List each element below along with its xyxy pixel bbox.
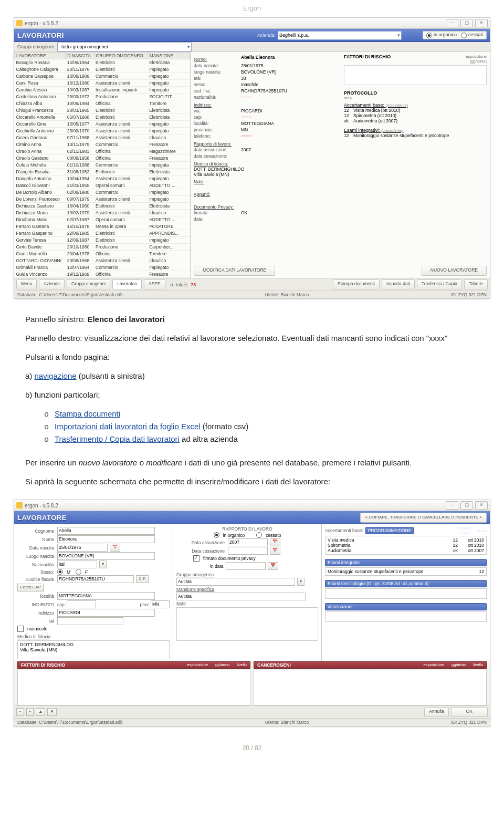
cancerogeni-list[interactable] — [254, 670, 487, 705]
minimize-icon[interactable]: — — [446, 501, 458, 510]
chevron-down-icon[interactable]: ▾ — [99, 560, 107, 568]
table-row[interactable]: Caltagirone Calogera23/11/1976Elettricis… — [15, 66, 190, 73]
table-header[interactable]: GRUPPO OMOGENEO — [94, 53, 148, 59]
calendar-icon[interactable]: 📅 — [110, 544, 120, 552]
calendar-icon[interactable]: 📅 — [270, 538, 280, 546]
table-row[interactable]: Gintu Davide29/10/1980ProduzioneCarpenti… — [15, 244, 190, 251]
ok-button[interactable]: OK — [451, 707, 488, 717]
organico-radio-group[interactable]: in organico cessati — [423, 31, 487, 39]
table-row[interactable]: Dangelo Antonino13/04/1954Assistenza cli… — [15, 175, 190, 182]
cessato-radio[interactable] — [256, 532, 262, 538]
table-header[interactable]: D.NASCITA — [66, 53, 94, 59]
table-row[interactable]: Carubia Alessio10/03/1987Installazione i… — [15, 87, 190, 94]
aspp-button[interactable]: ASPP — [144, 279, 165, 289]
table-row[interactable]: Castellano Antonino25/03/1972ProduzioneS… — [15, 94, 190, 100]
table-row[interactable]: Dichiazza Maria19/02/1979Assistenza clie… — [15, 210, 190, 216]
table-row[interactable]: Carsi Rosa16/12/1980Assistenza clientiIm… — [15, 80, 190, 87]
table-row[interactable]: Ferraro Gasparino22/08/1985ElettricistiA… — [15, 230, 190, 237]
trasferisci-button[interactable]: Trasferisci / Copia — [417, 279, 462, 289]
nazionalita-input[interactable]: ital — [57, 560, 97, 568]
minimize-icon[interactable]: — — [446, 19, 458, 27]
annulla-button[interactable]: Annulla — [424, 707, 448, 717]
copy-transfer-button[interactable]: < COPIARE, TRASFERIRE O CANCELLARE DIPEN… — [360, 513, 487, 523]
table-row[interactable]: Chiogui Francesca28/03/1965ElettricistiE… — [15, 107, 190, 114]
list-remove-icon[interactable]: − — [16, 708, 24, 716]
programmazione-button[interactable]: PROGRAMMAZIONE — [365, 527, 414, 534]
fattori-rischio-list[interactable] — [17, 670, 250, 705]
groups-combo[interactable]: - tutti i gruppi omogenei - ▾ — [57, 43, 192, 51]
mansione-input[interactable]: Autista — [176, 593, 306, 600]
list-up-icon[interactable]: ▲ — [36, 708, 45, 716]
table-row[interactable]: Ferraro Gaetana16/10/1976Messa in operaP… — [15, 223, 190, 230]
table-row[interactable]: Ciccarello Antonella05/07/1968Elettricis… — [15, 114, 190, 121]
table-row[interactable]: De Lorenzi Francesco06/07/1979Assistenza… — [15, 196, 190, 203]
luogo-nascita-input[interactable]: BOVOLONE (VR) — [57, 552, 155, 560]
table-row[interactable]: De Bortolo Albano02/08/1980CommercioImpi… — [15, 189, 190, 196]
stampa-button[interactable]: Stampa documenti — [333, 279, 380, 289]
close-icon[interactable]: ✕ — [475, 501, 488, 510]
maximize-icon[interactable]: ▢ — [460, 501, 473, 510]
data-cessazione-input[interactable] — [228, 547, 268, 555]
table-row[interactable]: Chiazza Alba10/09/1984OfficinaTornitore — [15, 100, 190, 107]
chevron-down-icon[interactable]: ▾ — [297, 578, 304, 586]
cerca-cap-button[interactable]: Cerca CAP — [17, 584, 44, 591]
localita-input[interactable]: MOTTEGGIANA — [57, 592, 155, 600]
table-header[interactable]: MANSIONE — [148, 53, 182, 59]
table-row[interactable]: Cicero Gaetano07/11/1968Assistenza clien… — [15, 134, 190, 141]
cf-input[interactable]: RGHNDR75A25B107U — [57, 575, 134, 583]
table-row[interactable]: Cimino Anna13/11/1979CommercioFresatore — [15, 141, 190, 148]
importa-button[interactable]: Importa dati — [382, 279, 415, 289]
table-row[interactable]: Cicchirillo Antonino23/09/1970Assistenza… — [15, 128, 190, 134]
table-row[interactable]: Dascoli Giovanni21/03/1955Operai comuniA… — [15, 182, 190, 189]
note-textarea[interactable] — [176, 607, 318, 641]
indirizzo-input[interactable]: PICCARDI — [57, 609, 155, 617]
list-down-icon[interactable]: ▼ — [47, 708, 57, 716]
cf-button[interactable]: C.F. — [136, 575, 149, 583]
calendar-icon[interactable]: 📅 — [268, 562, 278, 570]
table-row[interactable]: Grimaldi Franca12/07/1964CommercioImpieg… — [15, 264, 190, 271]
cap-input[interactable] — [67, 600, 96, 608]
aziende-button[interactable]: Aziende — [39, 279, 65, 289]
table-row[interactable]: Ciraolo Gaetano08/08/1958OfficinaFresato… — [15, 155, 190, 162]
table-row[interactable]: Bosoglio Rosaria14/09/1964ElettricistiEl… — [15, 59, 190, 66]
list-add-icon[interactable]: + — [26, 708, 34, 716]
sex-f-radio[interactable] — [76, 569, 81, 575]
calendar-icon[interactable]: 📅 — [270, 547, 280, 555]
close-icon[interactable]: ✕ — [475, 19, 488, 27]
radio-in-organico[interactable] — [426, 33, 432, 38]
azienda-combo[interactable]: Beghelli s.p.a. ▾ — [278, 31, 402, 40]
privacy-checkbox[interactable] — [193, 555, 200, 562]
link-trasferimento[interactable]: Trasferimento / Copia dati lavoratori — [55, 434, 180, 443]
link-navigazione[interactable]: navigazione — [35, 371, 77, 380]
table-row[interactable]: Ciraolo Anna02/11/1983OfficinaMagazzinie… — [15, 148, 190, 155]
data-nascita-input[interactable]: 25/01/1975 — [57, 544, 108, 552]
table-row[interactable]: Dinobona Mario02/07/1987Operai comuniADD… — [15, 216, 190, 223]
workers-table[interactable]: LAVORATORED.NASCITAGRUPPO OMOGENEOMANSIO… — [14, 52, 190, 278]
tel-input[interactable] — [57, 617, 123, 625]
table-row[interactable]: Gervasi Teresa12/09/1987ElettricistiImpi… — [15, 237, 190, 244]
data-assunzione-input[interactable]: 2007 — [228, 538, 268, 546]
maiuscole-checkbox[interactable] — [17, 626, 24, 632]
privacy-date-input[interactable] — [226, 562, 266, 570]
in-organico-radio[interactable] — [214, 532, 219, 538]
nome-input[interactable]: Eleonora — [57, 535, 155, 543]
maximize-icon[interactable]: ▢ — [460, 19, 473, 27]
menu-button[interactable]: Menu — [16, 279, 37, 289]
nuovo-button[interactable]: NUOVO LAVORATORE — [422, 266, 487, 276]
table-row[interactable]: D'angelo Rosalia31/08/1982ElettricistiEl… — [15, 169, 190, 175]
modifica-button[interactable]: MODIFICA DATI LAVORATORE — [194, 266, 275, 276]
link-importazioni[interactable]: Importazioni dati lavoratori da foglio E… — [55, 422, 201, 431]
radio-cessati[interactable] — [461, 33, 467, 38]
prov-input[interactable]: MN — [151, 600, 170, 608]
cognome-input[interactable]: Abella — [57, 527, 155, 535]
lavoratori-button[interactable]: Lavoratori — [112, 279, 142, 289]
sex-m-radio[interactable] — [57, 569, 63, 575]
table-header[interactable]: LAVORATORE — [15, 53, 66, 59]
table-row[interactable]: Ciccarello Gina15/05/1977Assistenza clie… — [15, 121, 190, 128]
tabelle-button[interactable]: Tabelle — [464, 279, 488, 289]
table-row[interactable]: Cofato Michela01/10/1988CommercioImpiega… — [15, 162, 190, 169]
table-row[interactable]: Carbone Giuseppe18/08/1989CommercioImpie… — [15, 73, 190, 80]
medico-box[interactable]: DOTT. DERMENGHILDO Villa Saviola (MN) — [17, 640, 170, 659]
table-row[interactable]: Dichiazza Gaetano16/04/1960ElettricistiE… — [15, 203, 190, 210]
table-row[interactable]: GOTTARDI GIOVANNI23/08/1968Assistenza cl… — [15, 257, 190, 264]
